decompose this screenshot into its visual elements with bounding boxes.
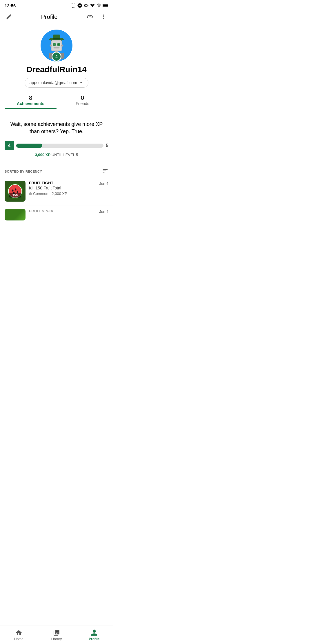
svg-rect-2	[103, 4, 107, 7]
svg-point-9	[54, 44, 55, 45]
xp-headline: Wait, some achievements give more XP tha…	[5, 121, 108, 135]
link-icon	[86, 13, 93, 20]
svg-point-12	[58, 44, 59, 45]
achievement-date: Jun 4	[99, 181, 108, 186]
next-level-label: 5	[106, 143, 108, 148]
account-selector[interactable]: appsmalavida@gmail.com	[25, 78, 88, 88]
achievement-rarity: Common	[33, 191, 48, 196]
svg-rect-14	[53, 47, 60, 48]
achievement-info: FRUIT FIGHT Kill 150 Fruit Total Common …	[29, 181, 96, 196]
achievement-info-partial: FRUIT NINJA	[29, 209, 96, 213]
achievement-thumb-partial	[5, 209, 26, 220]
status-icons	[70, 3, 108, 8]
tab-achievements[interactable]: 8 Achievements	[5, 92, 57, 109]
svg-point-17	[61, 44, 63, 46]
app-bar-actions	[85, 12, 108, 21]
wifi-icon	[90, 3, 95, 8]
status-bar: 12:56	[0, 0, 113, 10]
achievement-dot-separator: ·	[50, 191, 51, 196]
achievement-date-partial: Jun 4	[99, 209, 108, 214]
level-badge: 4	[52, 52, 61, 61]
more-options-button[interactable]	[99, 12, 108, 21]
sort-icon	[102, 168, 108, 174]
battery-icon	[103, 3, 108, 8]
achievement-game: FRUIT FIGHT	[29, 181, 96, 185]
more-vert-icon	[100, 13, 107, 20]
achievement-item[interactable]: 150 FRUIT FIGHT Kill 150 Fruit Total Com…	[0, 177, 113, 205]
achievements-label: Achievements	[17, 101, 44, 106]
progress-container: 4 5	[5, 141, 108, 150]
achievement-item-partial[interactable]: FRUIT NINJA Jun 4	[0, 205, 113, 221]
achievement-desc: Kill 150 Fruit Total	[29, 186, 96, 190]
svg-point-10	[54, 44, 55, 45]
svg-point-16	[50, 44, 52, 46]
profile-section: 4 DreadfulRuin14 appsmalavida@gmail.com …	[0, 24, 113, 114]
svg-rect-7	[52, 41, 61, 50]
sort-label: SORTED BY RECENCY	[5, 170, 42, 173]
achievement-game-partial: FRUIT NINJA	[29, 209, 96, 213]
xp-until-text: 3,000 XP UNTIL LEVEL 5	[5, 153, 108, 157]
list-header: SORTED BY RECENCY	[0, 163, 113, 177]
app-bar: Profile	[0, 10, 113, 24]
watermelon-icon: 150	[6, 182, 24, 200]
friends-label: Friends	[76, 101, 89, 106]
avatar-container: 4	[41, 30, 72, 61]
xp-until-label: UNTIL LEVEL 5	[52, 153, 78, 157]
vibrate-icon	[84, 3, 88, 8]
svg-rect-1	[108, 5, 108, 6]
progress-bar-fill	[16, 144, 42, 148]
tab-friends[interactable]: 0 Friends	[57, 92, 108, 109]
achievements-count: 8	[29, 95, 32, 101]
xp-amount: 3,000 XP	[35, 153, 51, 157]
tabs-container: 8 Achievements 0 Friends	[5, 92, 108, 109]
pencil-icon	[6, 14, 12, 20]
sort-button[interactable]	[102, 168, 108, 175]
bottom-spacer	[0, 221, 113, 245]
friends-count: 0	[81, 95, 84, 101]
rarity-dot-icon	[29, 192, 32, 195]
edit-button[interactable]	[5, 12, 13, 21]
no-entry-icon	[77, 3, 82, 8]
screenshot-icon	[70, 3, 76, 8]
account-email: appsmalavida@gmail.com	[30, 80, 77, 85]
chevron-down-icon	[79, 80, 83, 85]
signal-icon	[97, 3, 101, 8]
page-title: Profile	[41, 14, 58, 20]
svg-point-13	[59, 44, 59, 45]
link-button[interactable]	[85, 12, 94, 21]
xp-section: Wait, some achievements give more XP tha…	[0, 114, 113, 163]
status-time: 12:56	[5, 3, 16, 8]
svg-rect-5	[53, 38, 60, 40]
achievement-xp: 2,000 XP	[52, 191, 67, 196]
svg-text:150: 150	[12, 193, 18, 197]
achievement-meta: Common · 2,000 XP	[29, 191, 96, 196]
current-level-label: 4	[5, 141, 14, 150]
username: DreadfulRuin14	[27, 65, 87, 74]
achievement-thumb: 150	[5, 181, 26, 202]
progress-bar	[16, 144, 103, 148]
